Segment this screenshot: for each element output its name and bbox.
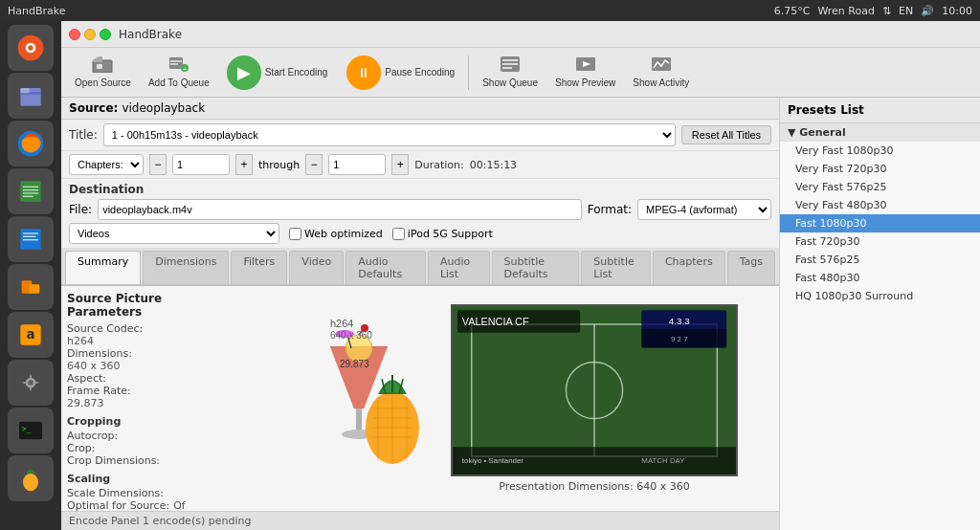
scale-dims-label: Scale Dimensions: bbox=[67, 487, 164, 499]
dock-item-ubuntu[interactable] bbox=[8, 25, 54, 71]
chapters-row: Chapters: − + through − + Duration: 00:1… bbox=[61, 151, 779, 179]
source-value: videoplayback bbox=[122, 101, 205, 115]
svg-rect-40 bbox=[356, 409, 362, 432]
tab-subtitle_defaults[interactable]: Subtitle Defaults bbox=[492, 251, 580, 284]
chapters-to-dec[interactable]: − bbox=[305, 154, 323, 175]
tab-filters[interactable]: Filters bbox=[231, 251, 287, 284]
title-select[interactable]: 1 - 00h15m13s - videoplayback bbox=[103, 123, 676, 146]
optimal-label: Optimal for Source: bbox=[67, 499, 169, 511]
keyboard-label: EN bbox=[899, 5, 913, 17]
open-source-button[interactable]: Open Source bbox=[67, 52, 139, 94]
svg-text:>_: >_ bbox=[22, 425, 32, 433]
preset-item-very-fast-576p25[interactable]: Very Fast 576p25 bbox=[780, 178, 980, 196]
web-optimized-text: Web optimized bbox=[304, 228, 383, 240]
show-queue-label: Show Queue bbox=[482, 77, 538, 89]
temp-label: 6.75°C bbox=[774, 5, 811, 17]
start-icon: ▶ bbox=[227, 55, 261, 90]
preset-item-fast-720p30[interactable]: Fast 720p30 bbox=[780, 232, 980, 251]
minimize-button[interactable] bbox=[84, 29, 96, 40]
preset-item-very-fast-1080p30[interactable]: Very Fast 1080p30 bbox=[780, 142, 980, 160]
preset-item-very-fast-720p30[interactable]: Very Fast 720p30 bbox=[780, 160, 980, 178]
svg-point-21 bbox=[28, 380, 33, 385]
tab-chapters[interactable]: Chapters bbox=[653, 251, 725, 284]
show-preview-icon bbox=[575, 55, 596, 76]
svg-text:9  2  7: 9 2 7 bbox=[671, 335, 688, 343]
maximize-button[interactable] bbox=[100, 29, 111, 40]
close-button[interactable] bbox=[69, 29, 80, 40]
pause-encoding-button[interactable]: ⏸ Pause Encoding bbox=[339, 52, 462, 94]
svg-rect-13 bbox=[23, 232, 38, 233]
tab-tags[interactable]: Tags bbox=[727, 251, 775, 284]
dock-item-amazon[interactable]: a bbox=[8, 312, 54, 358]
dock-item-terminal[interactable]: >_ bbox=[8, 408, 54, 453]
add-to-queue-button[interactable]: + Add To Queue bbox=[141, 52, 217, 94]
dock-item-settings[interactable] bbox=[8, 360, 54, 406]
tab-audio_list[interactable]: Audio List bbox=[428, 251, 490, 284]
tab-dimensions[interactable]: Dimensions bbox=[143, 251, 229, 284]
chapters-from-input[interactable] bbox=[172, 154, 230, 175]
web-optimized-label[interactable]: Web optimized bbox=[289, 228, 383, 240]
presets-panel: Presets List ▼ GeneralVery Fast 1080p30V… bbox=[779, 98, 980, 530]
app-name-label: HandBrake bbox=[8, 5, 66, 17]
web-optimized-checkbox[interactable] bbox=[289, 228, 301, 240]
chapters-to-inc[interactable]: + bbox=[391, 154, 409, 175]
svg-rect-33 bbox=[502, 59, 518, 61]
scaling-title: Scaling bbox=[67, 473, 239, 485]
chapters-to-input[interactable] bbox=[328, 154, 386, 175]
tab-summary[interactable]: Summary bbox=[65, 251, 141, 284]
preset-item-fast-1080p30[interactable]: Fast 1080p30 bbox=[780, 214, 980, 232]
show-activity-button[interactable]: Show Activity bbox=[625, 52, 697, 94]
dock-item-extension[interactable] bbox=[8, 264, 54, 310]
preset-item-fast-576p25[interactable]: Fast 576p25 bbox=[780, 251, 980, 269]
chapters-select[interactable]: Chapters: bbox=[69, 154, 144, 175]
add-queue-icon: + bbox=[168, 55, 189, 76]
presets-title: Presets List bbox=[780, 98, 980, 123]
svg-rect-11 bbox=[23, 196, 33, 197]
soccer-field-svg: VALENCIA CF 4.3.3 9 2 7 tokiyo • bbox=[453, 304, 736, 476]
preset-item-fast-480p30[interactable]: Fast 480p30 bbox=[780, 269, 980, 287]
encoding-group: ▶ Start Encoding ⏸ Pause Encoding bbox=[219, 52, 462, 94]
dock-item-firefox[interactable] bbox=[8, 121, 54, 166]
pres-dims-value: 640 x 360 bbox=[636, 480, 690, 493]
open-source-icon bbox=[92, 55, 113, 76]
tab-video[interactable]: Video bbox=[289, 251, 344, 284]
chapters-from-inc[interactable]: + bbox=[235, 154, 253, 175]
show-queue-icon bbox=[500, 55, 521, 76]
presets-group-general[interactable]: ▼ General bbox=[780, 123, 980, 142]
dimensions-value: 640 x 360 bbox=[67, 360, 121, 372]
reset-all-titles-button[interactable]: Reset All Titles bbox=[681, 125, 771, 144]
dock-item-pineapple[interactable] bbox=[8, 455, 54, 501]
preset-item-hq-1080p30-surround[interactable]: HQ 1080p30 Surround bbox=[780, 287, 980, 305]
format-label: Format: bbox=[588, 203, 632, 216]
svg-rect-29 bbox=[170, 63, 178, 65]
folder-select[interactable]: Videos bbox=[69, 223, 279, 244]
svg-text:a: a bbox=[27, 327, 35, 342]
svg-rect-26 bbox=[97, 64, 102, 69]
svg-rect-9 bbox=[23, 189, 38, 190]
svg-rect-7 bbox=[20, 181, 40, 201]
network-icon: ⇅ bbox=[882, 5, 891, 17]
start-encoding-button[interactable]: ▶ Start Encoding bbox=[219, 52, 336, 94]
source-params: Source Picture Parameters Source Codec: … bbox=[67, 292, 239, 505]
tab-subtitle_list[interactable]: Subtitle List bbox=[581, 251, 651, 284]
svg-rect-17 bbox=[30, 284, 40, 293]
format-select[interactable]: MPEG-4 (avformat) bbox=[637, 199, 771, 220]
through-label: through bbox=[258, 159, 300, 171]
toolbar-sep bbox=[468, 55, 469, 90]
dock-item-files[interactable] bbox=[8, 73, 54, 119]
dock-item-writer[interactable] bbox=[8, 216, 54, 262]
show-queue-button[interactable]: Show Queue bbox=[475, 52, 546, 94]
svg-rect-10 bbox=[23, 192, 38, 193]
ipod-support-label[interactable]: iPod 5G Support bbox=[392, 228, 493, 240]
ipod-support-checkbox[interactable] bbox=[392, 228, 405, 240]
open-source-label: Open Source bbox=[75, 77, 131, 89]
file-input[interactable] bbox=[98, 199, 582, 220]
cropping-title: Cropping bbox=[67, 415, 239, 428]
tab-audio_defaults[interactable]: Audio Defaults bbox=[345, 251, 426, 284]
preset-item-very-fast-480p30[interactable]: Very Fast 480p30 bbox=[780, 196, 980, 214]
chapters-from-dec[interactable]: − bbox=[149, 154, 167, 175]
svg-point-24 bbox=[23, 474, 38, 492]
dock-item-spreadsheet[interactable] bbox=[8, 168, 54, 214]
toolbar: Open Source + Add To Queue ▶ Start Encod… bbox=[61, 48, 980, 98]
show-preview-button[interactable]: Show Preview bbox=[547, 52, 623, 94]
